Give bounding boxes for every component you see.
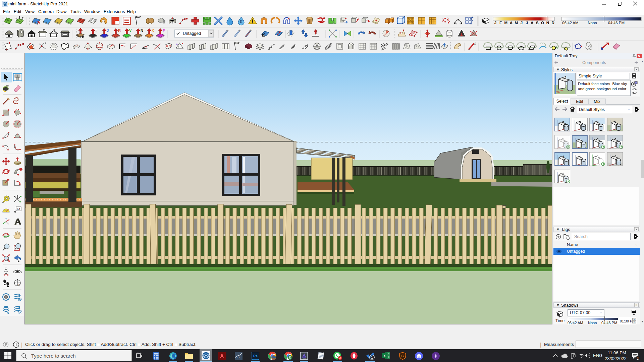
svg-text:X: X (383, 354, 386, 358)
svg-text:J: J (107, 28, 109, 33)
svg-text:Ps: Ps (253, 354, 258, 358)
svg-text:G: G (401, 354, 404, 358)
svg-text:06:42 AM: 06:42 AM (562, 21, 579, 25)
svg-text:=: = (95, 28, 97, 33)
svg-text:D: D (551, 21, 554, 25)
svg-text:M: M (515, 21, 518, 25)
svg-text:Noon: Noon (588, 21, 597, 25)
svg-text:04:46 PM: 04:46 PM (608, 21, 625, 25)
svg-text:Untagged: Untagged (183, 31, 201, 36)
svg-text:4: 4 (339, 356, 341, 360)
svg-text:N: N (141, 28, 143, 33)
svg-text:R: R (118, 28, 121, 33)
svg-text:J: J (494, 21, 496, 25)
svg-text:N: N (546, 21, 549, 25)
svg-text:9: 9 (637, 356, 639, 360)
svg-text:A: A (531, 21, 533, 25)
svg-text:A: A (510, 21, 513, 25)
svg-text:O: O (541, 21, 544, 25)
svg-text:F: F (499, 21, 502, 25)
svg-text:3ds: 3ds (303, 357, 306, 359)
svg-text:G: G (18, 284, 20, 286)
svg-text:J: J (526, 21, 528, 25)
svg-text:A1: A1 (17, 207, 20, 211)
svg-text:S: S (536, 21, 539, 25)
svg-text:1: 1 (371, 356, 373, 359)
svg-text:J: J (521, 21, 523, 25)
svg-text:$: $ (289, 356, 291, 360)
svg-text:M: M (504, 21, 507, 25)
svg-text:11: 11 (237, 356, 240, 359)
svg-text:V: V (129, 28, 132, 33)
svg-text:X: X (152, 28, 154, 33)
svg-text:F: F (163, 28, 165, 33)
